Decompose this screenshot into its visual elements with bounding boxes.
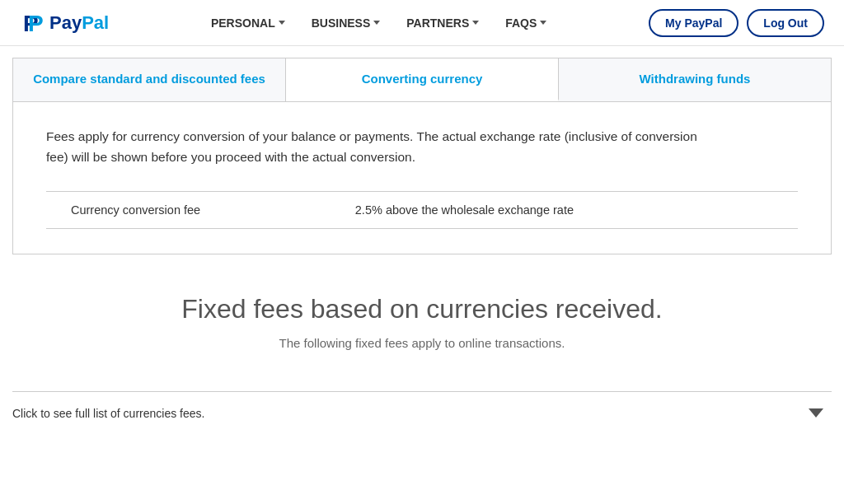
tab-withdrawing-label: Withdrawing funds: [640, 72, 751, 86]
business-chevron-icon: [373, 21, 380, 25]
fixed-fees-section: Fixed fees based on currencies received.…: [0, 254, 844, 366]
content-panel: Fees apply for currency conversion of yo…: [12, 101, 832, 254]
nav-links: PERSONAL BUSINESS PARTNERS FAQS: [211, 16, 546, 30]
panel-description: Fees apply for currency conversion of yo…: [46, 127, 722, 168]
fee-table: Currency conversion fee 2.5% above the w…: [46, 191, 798, 229]
tabs-container: Compare standard and discounted fees Con…: [12, 58, 832, 101]
logo: P P PayPal: [20, 10, 109, 36]
nav-faqs[interactable]: FAQS: [505, 16, 546, 30]
nav-business-link[interactable]: BUSINESS: [312, 16, 381, 30]
nav-business[interactable]: BUSINESS: [312, 16, 381, 30]
expand-chevron-icon[interactable]: [809, 408, 823, 418]
bottom-section: Click to see full list of currencies fee…: [12, 391, 832, 435]
nav-personal-link[interactable]: PERSONAL: [211, 16, 285, 30]
fixed-fees-title: Fixed fees based on currencies received.: [16, 294, 828, 324]
tab-converting-label: Converting currency: [362, 72, 483, 86]
logo-pal: Pal: [82, 12, 109, 33]
nav-business-label: BUSINESS: [312, 16, 371, 30]
svg-text:P: P: [28, 11, 44, 36]
logo-pay: Pay: [49, 12, 82, 33]
nav-faqs-label: FAQS: [505, 16, 537, 30]
log-out-button[interactable]: Log Out: [747, 9, 824, 37]
currencies-fees-link[interactable]: Click to see full list of currencies fee…: [12, 407, 204, 420]
my-paypal-button[interactable]: My PayPal: [649, 9, 738, 37]
partners-chevron-icon: [472, 21, 479, 25]
faqs-chevron-icon: [540, 21, 546, 25]
fee-label: Currency conversion fee: [46, 191, 347, 228]
nav-partners[interactable]: PARTNERS: [406, 16, 479, 30]
fee-value: 2.5% above the wholesale exchange rate: [347, 191, 798, 228]
tab-withdrawing[interactable]: Withdrawing funds: [559, 58, 831, 101]
table-row: Currency conversion fee 2.5% above the w…: [46, 191, 798, 228]
tab-compare[interactable]: Compare standard and discounted fees: [13, 58, 286, 101]
personal-chevron-icon: [279, 21, 285, 25]
navbar: P P PayPal PERSONAL BUSINESS PARTNERS: [0, 0, 844, 46]
nav-partners-link[interactable]: PARTNERS: [406, 16, 479, 30]
fixed-fees-subtitle: The following fixed fees apply to online…: [16, 336, 828, 350]
nav-partners-label: PARTNERS: [406, 16, 469, 30]
nav-personal-label: PERSONAL: [211, 16, 275, 30]
nav-personal[interactable]: PERSONAL: [211, 16, 285, 30]
nav-buttons: My PayPal Log Out: [649, 9, 824, 37]
tab-converting[interactable]: Converting currency: [286, 58, 559, 101]
tab-compare-label: Compare standard and discounted fees: [33, 72, 265, 86]
paypal-logo-icon: P P: [20, 10, 46, 36]
nav-faqs-link[interactable]: FAQS: [505, 16, 546, 30]
logo-text: PayPal: [49, 12, 109, 34]
